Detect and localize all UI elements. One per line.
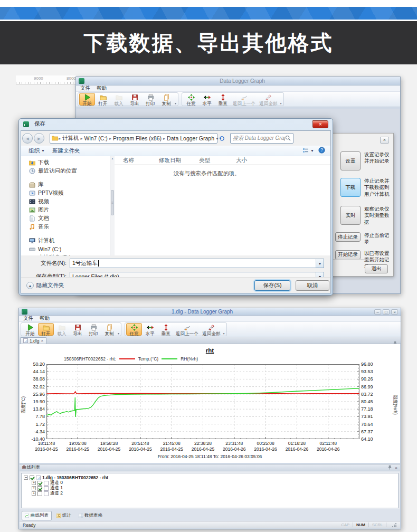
minimize-icon[interactable]: – bbox=[374, 309, 381, 315]
collapse-icon[interactable]: − bbox=[24, 476, 28, 480]
forward-icon[interactable]: ▸ bbox=[34, 133, 44, 144]
close-icon[interactable]: × bbox=[380, 137, 389, 144]
start-button[interactable]: 开始 bbox=[22, 323, 38, 336]
checkbox[interactable] bbox=[37, 491, 42, 496]
zoom-vertical-button[interactable]: 垂直 bbox=[215, 93, 231, 106]
zoom-any-button[interactable]: 任意 bbox=[183, 93, 199, 106]
left-axis-tick: 38.08 bbox=[26, 376, 45, 382]
tree-item[interactable]: +通道 1 bbox=[24, 486, 398, 491]
overflow-icon[interactable]: ▾ bbox=[280, 101, 282, 106]
panel-button[interactable]: 开始记录 bbox=[335, 250, 361, 260]
panel-button[interactable]: 下载 bbox=[340, 178, 361, 197]
tab-1dlg[interactable]: 1.dlg × bbox=[20, 337, 46, 344]
panel-button[interactable]: 设置 bbox=[340, 151, 361, 170]
sidebar-item[interactable]: 下载 bbox=[21, 158, 110, 167]
sidebar-item[interactable]: 最近访问的位置 bbox=[21, 167, 110, 175]
load-button[interactable]: 载入 bbox=[54, 323, 70, 336]
menu-help[interactable]: 帮助 bbox=[40, 315, 50, 322]
column-header[interactable]: 名称 bbox=[123, 157, 134, 164]
back-icon[interactable]: ◂ bbox=[22, 133, 33, 144]
column-header[interactable]: 类型 bbox=[199, 157, 210, 164]
views-button[interactable]: ▼ bbox=[302, 147, 314, 155]
column-header[interactable]: 修改日期 bbox=[159, 157, 181, 164]
sidebar-item[interactable]: PPTV视频 bbox=[21, 189, 110, 197]
exit-button[interactable]: 退出 bbox=[365, 264, 388, 273]
filename-input[interactable]: 1号运输车 ▼ bbox=[70, 259, 324, 268]
organize-button[interactable]: 组织▼ bbox=[29, 147, 45, 155]
save-button[interactable]: 保存(S) bbox=[254, 280, 290, 291]
sidebar-item[interactable]: 计算机 bbox=[21, 236, 110, 245]
open-button[interactable]: 打开 bbox=[38, 323, 54, 336]
sidebar-item[interactable]: 本地磁盘 (D:) bbox=[21, 253, 110, 255]
sidebar-scrollbar[interactable]: ▲ ≡ bbox=[110, 156, 115, 255]
sidebar-item[interactable]: 库 bbox=[21, 180, 110, 189]
panel-button[interactable]: 停止记录 bbox=[335, 232, 361, 242]
column-header[interactable]: 大小 bbox=[236, 157, 247, 164]
expand-icon[interactable]: + bbox=[32, 491, 36, 496]
scroll-up-icon[interactable]: ▲ bbox=[110, 156, 115, 161]
panel-button[interactable]: 实时 bbox=[340, 206, 361, 225]
breadcrumb-segment[interactable]: Win7 (C:) bbox=[83, 135, 109, 141]
hide-folders-button[interactable]: ▲ 隐藏文件夹 bbox=[26, 282, 64, 289]
export-button[interactable]: 导出 bbox=[127, 93, 143, 106]
overflow-icon[interactable]: ▾ bbox=[174, 101, 177, 106]
close-icon[interactable]: × bbox=[391, 309, 398, 315]
open-button[interactable]: 打开 bbox=[95, 93, 111, 106]
resize-grip[interactable] bbox=[392, 522, 397, 528]
expand-icon[interactable]: + bbox=[32, 481, 36, 485]
back-all-button[interactable]: 返回全部 bbox=[201, 323, 223, 336]
sidebar-group: 计算机Win7 (C:)本地磁盘 (D:)E (E:) bbox=[21, 236, 110, 255]
checkbox[interactable] bbox=[30, 476, 34, 480]
tree-item[interactable]: +通道 0 bbox=[24, 480, 398, 486]
zoom-horizontal-button[interactable]: 水平 bbox=[142, 323, 158, 336]
menu-file[interactable]: 文件 bbox=[80, 85, 90, 92]
start-button[interactable]: 开始 bbox=[79, 93, 95, 106]
sidebar-item[interactable]: 音乐 bbox=[21, 223, 110, 231]
cancel-button[interactable]: 取消 bbox=[296, 280, 329, 291]
breadcrumb-segment[interactable]: Data Logger Graph bbox=[166, 135, 215, 141]
refresh-icon[interactable] bbox=[218, 133, 226, 144]
copy-button[interactable]: 复制 bbox=[158, 93, 174, 106]
zoom-any-button[interactable]: 任意 bbox=[126, 323, 142, 336]
sidebar-item[interactable]: Win7 (C:) bbox=[21, 245, 110, 253]
checkbox[interactable] bbox=[37, 481, 42, 486]
print-button[interactable]: 打印 bbox=[143, 93, 158, 106]
overflow-icon[interactable]: ▾ bbox=[223, 331, 225, 336]
print-button[interactable]: 打印 bbox=[86, 323, 101, 336]
checkbox[interactable] bbox=[37, 486, 42, 491]
menu-help[interactable]: 帮助 bbox=[97, 85, 107, 92]
app-icon bbox=[23, 121, 29, 127]
new-folder-button[interactable]: 新建文件夹 bbox=[52, 147, 80, 155]
help-icon[interactable]: ? bbox=[318, 147, 325, 155]
export-button[interactable]: 导出 bbox=[70, 323, 86, 336]
back-previous-button[interactable]: 返回上一个 bbox=[174, 323, 201, 336]
dock-tab-table[interactable]: 数据表格 bbox=[76, 511, 105, 520]
pin-icon[interactable] bbox=[387, 465, 392, 471]
dock-tab-curves[interactable]: 曲线列表 bbox=[22, 511, 52, 520]
back-previous-button[interactable]: 返回上一个 bbox=[231, 93, 258, 106]
menu-file[interactable]: 文件 bbox=[23, 315, 33, 322]
close-icon[interactable]: × bbox=[395, 466, 397, 470]
sidebar-item[interactable]: 视频 bbox=[21, 197, 110, 206]
maximize-icon[interactable]: □ bbox=[383, 309, 390, 315]
close-icon[interactable]: × bbox=[312, 120, 328, 128]
copy-button[interactable]: 复制 bbox=[101, 323, 117, 336]
breadcrumb-segment[interactable]: 计算机 bbox=[61, 135, 80, 142]
zoom-vertical-button[interactable]: 垂直 bbox=[158, 323, 174, 336]
sidebar-item[interactable]: 文档 bbox=[21, 214, 110, 223]
back-all-button[interactable]: 返回全部 bbox=[258, 93, 280, 106]
tab-close-icon[interactable]: × bbox=[41, 338, 43, 343]
dock-tab-stats[interactable]: 统计 bbox=[54, 511, 74, 520]
breadcrumb-segment[interactable]: Program Files (x86) bbox=[112, 135, 163, 141]
expand-icon[interactable]: + bbox=[32, 486, 36, 490]
overflow-icon[interactable]: ▾ bbox=[117, 331, 120, 336]
tree-item[interactable]: −1.dlg - 150306RHT0022652 - rht bbox=[24, 475, 398, 480]
search-input[interactable]: 搜索 Data Logger Graph bbox=[230, 133, 293, 144]
tree-item[interactable]: +通道 2 bbox=[24, 491, 398, 496]
scroll-thumb[interactable]: ≡ bbox=[111, 190, 114, 215]
zoom-horizontal-button[interactable]: 水平 bbox=[199, 93, 215, 106]
sidebar-item[interactable]: 图片 bbox=[21, 206, 110, 214]
breadcrumb[interactable]: ▸计算机▸Win7 (C:)▸Program Files (x86)▸Data … bbox=[50, 133, 217, 144]
chevron-down-icon[interactable]: ▼ bbox=[316, 259, 324, 268]
load-button[interactable]: 载入 bbox=[111, 93, 127, 106]
